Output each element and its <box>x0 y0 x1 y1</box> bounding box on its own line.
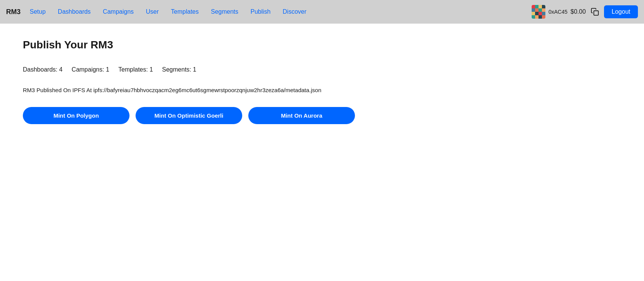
mint-aurora-button[interactable]: Mint On Aurora <box>248 107 355 124</box>
wallet-address: 0xAC45 <box>548 9 567 15</box>
nav-link-setup[interactable]: Setup <box>30 8 46 15</box>
nav-links: SetupDashboardsCampaignsUserTemplatesSeg… <box>30 8 532 15</box>
nav-right: 0xAC45 $0.00 Logout <box>532 5 638 19</box>
navbar: RM3 SetupDashboardsCampaignsUserTemplate… <box>0 0 644 24</box>
nav-link-discover[interactable]: Discover <box>283 8 306 15</box>
svg-rect-9 <box>535 12 539 15</box>
campaigns-count: 1 <box>106 66 109 73</box>
avatar <box>532 5 545 19</box>
svg-rect-3 <box>542 5 545 8</box>
page-title: Publish Your RM3 <box>23 39 621 51</box>
campaigns-label: Campaigns: <box>72 66 104 73</box>
campaigns-stat: Campaigns: 1 <box>72 66 109 73</box>
segments-count: 1 <box>193 66 196 73</box>
main-content: Publish Your RM3 Dashboards: 4 Campaigns… <box>0 24 644 139</box>
segments-label: Segments: <box>162 66 191 73</box>
mint-buttons-row: Mint On PolygonMint On Optimistic Goerli… <box>23 107 621 124</box>
svg-rect-6 <box>539 8 542 12</box>
templates-stat: Templates: 1 <box>118 66 153 73</box>
svg-rect-12 <box>532 15 535 19</box>
svg-rect-0 <box>532 5 535 8</box>
svg-rect-2 <box>539 5 542 8</box>
ipfs-text: RM3 Published On IPFS At ipfs://bafyreia… <box>23 87 621 93</box>
svg-rect-1 <box>535 5 539 8</box>
segments-stat: Segments: 1 <box>162 66 197 73</box>
dashboards-count: 4 <box>59 66 62 73</box>
logout-button[interactable]: Logout <box>604 5 638 18</box>
svg-rect-16 <box>594 11 598 15</box>
nav-link-segments[interactable]: Segments <box>211 8 238 15</box>
svg-rect-10 <box>539 12 542 15</box>
wallet-balance: $0.00 <box>570 8 586 15</box>
stats-row: Dashboards: 4 Campaigns: 1 Templates: 1 … <box>23 66 621 73</box>
svg-rect-8 <box>532 12 535 15</box>
svg-rect-7 <box>542 8 545 12</box>
svg-rect-4 <box>532 8 535 12</box>
dashboards-stat: Dashboards: 4 <box>23 66 62 73</box>
nav-link-publish[interactable]: Publish <box>251 8 270 15</box>
svg-rect-15 <box>542 15 545 19</box>
nav-link-templates[interactable]: Templates <box>171 8 199 15</box>
nav-brand[interactable]: RM3 <box>6 8 21 16</box>
mint-polygon-button[interactable]: Mint On Polygon <box>23 107 129 124</box>
templates-count: 1 <box>150 66 153 73</box>
templates-label: Templates: <box>118 66 148 73</box>
mint-optimistic-button[interactable]: Mint On Optimistic Goerli <box>136 107 242 124</box>
svg-rect-14 <box>539 15 542 19</box>
nav-link-dashboards[interactable]: Dashboards <box>58 8 91 15</box>
svg-rect-5 <box>535 8 539 12</box>
svg-rect-11 <box>542 12 545 15</box>
copy-icon[interactable] <box>589 6 601 18</box>
nav-link-user[interactable]: User <box>146 8 159 15</box>
svg-rect-13 <box>535 15 539 19</box>
dashboards-label: Dashboards: <box>23 66 58 73</box>
nav-link-campaigns[interactable]: Campaigns <box>103 8 134 15</box>
